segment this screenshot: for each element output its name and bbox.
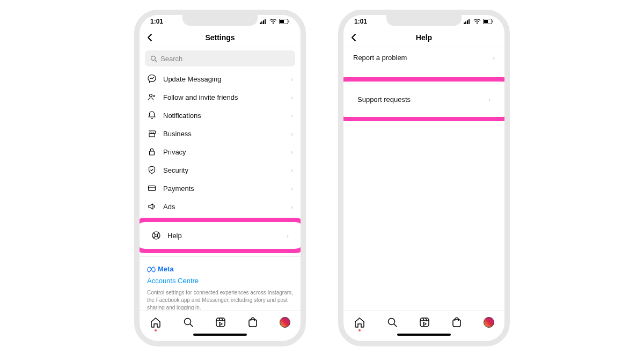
row-report-problem[interactable]: Report a problem ›: [343, 47, 504, 68]
status-right: [260, 19, 290, 24]
row-help[interactable]: Help ›: [140, 226, 301, 245]
messenger-icon: [147, 74, 157, 84]
row-ads[interactable]: Ads ›: [140, 197, 301, 216]
phone-notch: [386, 14, 462, 26]
row-privacy[interactable]: Privacy ›: [140, 143, 301, 161]
divider: [140, 256, 301, 257]
row-notifications[interactable]: Notifications ›: [140, 106, 301, 124]
row-label: Business: [163, 130, 192, 138]
row-follow-invite[interactable]: Follow and invite friends ›: [140, 88, 301, 106]
signal-icon: [260, 19, 267, 24]
row-payments[interactable]: Payments ›: [140, 179, 301, 197]
svg-rect-36: [484, 20, 488, 23]
settings-list: Update Messaging › Follow and invite fri…: [140, 70, 301, 310]
tab-bar: [343, 310, 504, 334]
notification-dot: [155, 329, 157, 331]
svg-rect-31: [465, 21, 466, 24]
svg-point-18: [155, 234, 158, 237]
store-icon: [147, 129, 157, 138]
avatar-icon: [484, 317, 494, 328]
help-icon: [151, 231, 161, 240]
search-input[interactable]: Search: [145, 50, 295, 67]
bell-icon: [147, 110, 157, 120]
svg-point-10: [150, 94, 152, 97]
row-label: Security: [163, 166, 188, 174]
row-business[interactable]: Business ›: [140, 124, 301, 143]
phone-settings: 1:01 Settings Search Update Messaging: [134, 10, 306, 346]
chevron-right-icon: ›: [291, 93, 293, 101]
svg-rect-25: [216, 318, 225, 327]
svg-rect-13: [149, 134, 155, 137]
tab-home[interactable]: [150, 316, 162, 328]
tab-shop[interactable]: [451, 316, 463, 328]
back-button[interactable]: [349, 33, 358, 42]
wifi-icon: [473, 19, 481, 24]
chevron-right-icon: ›: [291, 203, 293, 211]
avatar-icon: [280, 317, 290, 328]
home-indicator[interactable]: [140, 334, 301, 341]
row-label: Payments: [163, 184, 194, 193]
svg-line-24: [190, 324, 193, 327]
back-button[interactable]: [145, 33, 155, 42]
status-time: 1:01: [354, 18, 367, 25]
svg-rect-6: [280, 20, 284, 23]
svg-rect-2: [263, 20, 264, 24]
tab-profile[interactable]: [484, 317, 494, 328]
tab-search[interactable]: [386, 316, 398, 328]
accounts-centre-link[interactable]: Accounts Centre: [147, 276, 293, 286]
chevron-right-icon: ›: [291, 148, 293, 156]
invite-icon: [147, 92, 157, 102]
highlight-help: Help ›: [140, 218, 301, 253]
lock-icon: [147, 147, 157, 157]
status-time: 1:01: [150, 18, 163, 25]
svg-rect-37: [493, 20, 494, 23]
row-label: Ads: [163, 203, 175, 211]
svg-rect-29: [249, 320, 257, 327]
wifi-icon: [269, 19, 277, 24]
tab-shop[interactable]: [247, 316, 259, 328]
svg-rect-14: [150, 151, 155, 155]
svg-rect-30: [464, 23, 465, 24]
tab-profile[interactable]: [280, 317, 290, 328]
chevron-right-icon: ›: [291, 184, 293, 193]
svg-rect-44: [453, 320, 460, 327]
svg-rect-32: [467, 20, 468, 24]
svg-rect-33: [469, 19, 470, 24]
svg-rect-0: [260, 23, 261, 24]
meta-logo: Meta: [147, 264, 293, 274]
highlight-support-requests: Support requests ›: [343, 77, 504, 121]
row-label: Support requests: [357, 95, 411, 104]
row-label: Report a problem: [353, 54, 407, 62]
chevron-right-icon: ›: [291, 112, 293, 120]
svg-point-4: [273, 23, 274, 24]
row-label: Privacy: [163, 148, 186, 156]
meta-description: Control settings for connected experienc…: [147, 289, 293, 310]
tab-home[interactable]: [354, 316, 365, 328]
header: Settings: [140, 28, 301, 47]
svg-line-21: [153, 237, 155, 238]
chevron-right-icon: ›: [287, 232, 289, 240]
home-indicator[interactable]: [343, 334, 504, 341]
header: Help: [343, 28, 504, 47]
meta-label: Meta: [158, 264, 174, 274]
row-label: Help: [167, 232, 182, 240]
row-update-messaging[interactable]: Update Messaging ›: [140, 70, 301, 88]
svg-line-19: [153, 233, 155, 234]
row-security[interactable]: Security ›: [140, 161, 301, 179]
phone-help: 1:01 Help Report a problem › Support req…: [338, 10, 510, 346]
battery-icon: [483, 19, 494, 24]
meta-block: Meta Accounts Centre Control settings fo…: [140, 260, 301, 310]
row-support-requests[interactable]: Support requests ›: [343, 89, 504, 109]
tab-reels[interactable]: [215, 316, 226, 328]
svg-rect-7: [289, 20, 290, 23]
search-icon: [150, 55, 157, 62]
tab-search[interactable]: [182, 316, 194, 328]
page-title: Settings: [140, 33, 301, 42]
chevron-right-icon: ›: [493, 54, 495, 62]
ads-icon: [147, 202, 157, 211]
row-label: Notifications: [163, 112, 201, 120]
status-right: [464, 19, 494, 24]
search-placeholder: Search: [160, 55, 182, 63]
chevron-right-icon: ›: [488, 95, 491, 104]
tab-reels[interactable]: [419, 316, 430, 328]
